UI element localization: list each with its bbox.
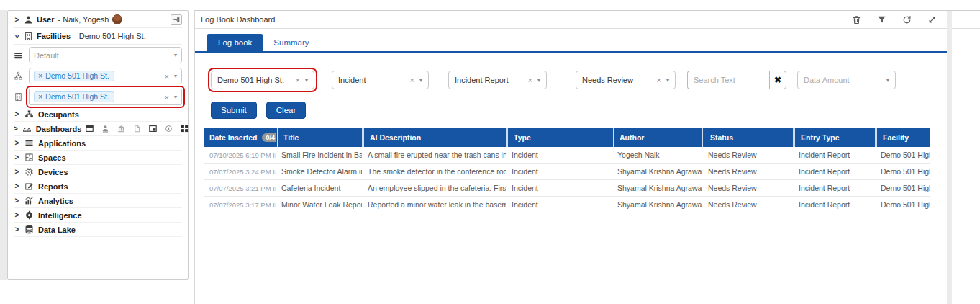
occupants-icon: [24, 109, 34, 119]
clear-icon[interactable]: ×: [165, 93, 169, 102]
sidebar-item-intelligence[interactable]: > Intelligence: [14, 208, 182, 223]
col-author[interactable]: Author: [612, 128, 702, 147]
refresh-icon[interactable]: [902, 15, 912, 24]
col-type[interactable]: Type: [506, 128, 612, 147]
caret-down-icon[interactable]: ▾: [666, 77, 669, 84]
grid-icon[interactable]: [181, 125, 189, 133]
vertical-scrollbar[interactable]: [947, 11, 952, 304]
tab-log-book[interactable]: Log book: [207, 34, 263, 51]
table-row[interactable]: 07/10/2025 6:19 PM IST Small Fire Incide…: [204, 147, 930, 164]
table-row[interactable]: 07/07/2025 3:24 PM IST Smoke Detector Al…: [204, 164, 930, 180]
col-label: AI Description: [370, 133, 421, 142]
sidebar-item-dashboards[interactable]: > Dashboards: [14, 122, 182, 136]
chip-label: Demo 501 High St.: [45, 71, 109, 80]
facility-select-highlighted[interactable]: ×Demo 501 High St. × ▾: [29, 89, 182, 105]
filter-icon[interactable]: [877, 15, 886, 24]
submit-button[interactable]: Submit: [211, 102, 257, 119]
clear-icon[interactable]: ×: [657, 76, 661, 84]
expand-icon[interactable]: [927, 15, 937, 24]
sidebar-item-analytics[interactable]: > Analytics: [14, 194, 182, 208]
reports-icon: [24, 182, 34, 191]
col-title[interactable]: Title: [276, 128, 362, 147]
cell-title: Smoke Detector Alarm in C...: [276, 164, 362, 179]
chevron-right-icon: >: [14, 225, 20, 233]
chevron-right-icon: >: [14, 168, 20, 176]
filter-value: Demo 501 High St.: [217, 76, 284, 84]
sidebar-item-applications[interactable]: > Applications: [14, 136, 182, 151]
entry-type-filter[interactable]: Incident Report × ▾: [448, 71, 547, 89]
menu-icon: [14, 50, 23, 60]
filter-value: Incident Report: [455, 76, 509, 84]
info-icon[interactable]: [165, 125, 173, 133]
chevron-right-icon[interactable]: >: [14, 16, 20, 24]
user-name: - Naik, Yogesh: [58, 15, 109, 24]
sidebar-item-user[interactable]: > User - Naik, Yogesh: [14, 12, 182, 28]
default-select[interactable]: Default ▾: [29, 47, 182, 63]
selected-chip: ×Demo 501 High St.: [34, 71, 114, 81]
col-status[interactable]: Status: [702, 128, 793, 147]
caret-down-icon[interactable]: ▾: [174, 73, 177, 79]
chip-close-icon[interactable]: ×: [38, 71, 42, 80]
col-label: Title: [283, 133, 299, 142]
sidebar-item-occupants[interactable]: > Occupants: [14, 107, 182, 122]
data-amount-select[interactable]: Data Amount ▾: [797, 71, 896, 89]
facility-filter-highlighted[interactable]: Demo 501 High St. × ▾: [211, 71, 314, 89]
header-actions: [852, 15, 937, 24]
sidebar-item-data-lake[interactable]: > Data Lake: [14, 223, 182, 237]
table-header: Date Inserted0/4 Title AI Description Ty…: [204, 128, 930, 147]
col-entry-type[interactable]: Entry Type: [793, 128, 875, 147]
chip-close-icon[interactable]: ×: [38, 92, 42, 101]
clear-button[interactable]: Clear: [266, 102, 306, 119]
spaces-icon: [24, 153, 34, 162]
user-stamp-icon[interactable]: [101, 125, 109, 133]
search-clear-button[interactable]: ✖: [769, 71, 786, 89]
clear-icon[interactable]: ×: [165, 72, 169, 81]
caret-down-icon[interactable]: ▾: [419, 77, 422, 84]
portfolio-select[interactable]: ×Demo 501 High St. × ▾: [29, 68, 182, 84]
caret-down-icon[interactable]: ▾: [537, 77, 540, 84]
sidebar-item-reports[interactable]: > Reports: [14, 179, 182, 194]
clear-icon[interactable]: ×: [528, 76, 532, 84]
trash-icon[interactable]: [852, 15, 861, 24]
sidebar-item-devices[interactable]: > Devices: [14, 165, 182, 179]
chevron-down-icon[interactable]: >: [13, 33, 21, 40]
filter-bar: Demo 501 High St. × ▾ Incident × ▾ Incid…: [211, 71, 980, 89]
cell-date: 07/07/2025 3:17 PM IST: [204, 197, 276, 213]
search-input[interactable]: [687, 71, 769, 89]
clear-icon[interactable]: ×: [296, 76, 300, 84]
cell-facility: Demo 501 High St.: [875, 180, 930, 196]
window-icon[interactable]: [86, 125, 94, 133]
tab-summary[interactable]: Summary: [263, 34, 319, 51]
col-facility[interactable]: Facility: [875, 128, 930, 147]
type-filter[interactable]: Incident × ▾: [332, 71, 429, 89]
col-label: Date Inserted: [209, 133, 258, 142]
caret-down-icon[interactable]: ▾: [305, 77, 308, 84]
table-row[interactable]: 07/07/2025 3:21 PM IST Cafeteria Inciden…: [204, 180, 930, 197]
panel-collapse-button[interactable]: [171, 14, 182, 25]
cell-status: Needs Review: [702, 180, 793, 196]
cell-title: Cafeteria Incident: [276, 180, 362, 196]
data-lake-icon: [24, 225, 34, 234]
clear-icon[interactable]: ×: [410, 76, 414, 84]
status-filter[interactable]: Needs Review × ▾: [576, 71, 676, 89]
left-gutter: [0, 10, 7, 280]
selected-chip: ×Demo 501 High St.: [34, 91, 114, 102]
nav-label: Applications: [38, 139, 86, 148]
caret-down-icon[interactable]: ▾: [886, 77, 889, 84]
col-ai-description[interactable]: AI Description: [362, 128, 506, 147]
cell-facility: Demo 501 High St.: [875, 197, 930, 213]
col-date-inserted[interactable]: Date Inserted0/4: [204, 128, 276, 147]
caret-down-icon[interactable]: ▾: [174, 52, 177, 58]
cell-author: Shyamal Krishna Agrawal: [612, 180, 702, 196]
bank-icon[interactable]: [117, 125, 125, 133]
caret-down-icon[interactable]: ▾: [174, 94, 177, 100]
cell-date: 07/10/2025 6:19 PM IST: [204, 147, 276, 163]
sidebar-item-facilities[interactable]: > Facilities - Demo 501 High St.: [14, 28, 182, 45]
window-panel-icon[interactable]: [149, 125, 157, 133]
table-row[interactable]: 07/07/2025 3:17 PM IST Minor Water Leak …: [204, 197, 930, 213]
chevron-right-icon: >: [14, 211, 20, 219]
chevron-right-icon: >: [14, 110, 20, 118]
nav-label: Occupants: [38, 110, 79, 119]
sidebar-item-spaces[interactable]: > Spaces: [14, 151, 182, 165]
file-icon[interactable]: [133, 125, 141, 133]
